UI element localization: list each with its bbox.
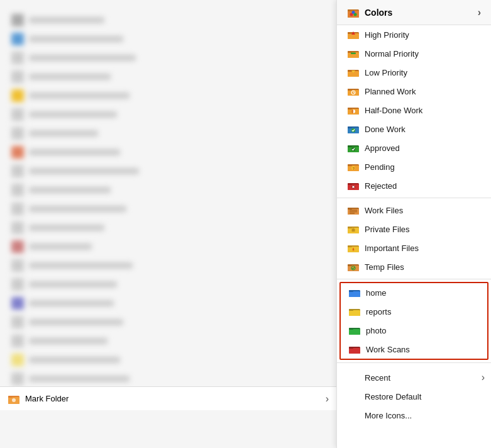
- svg-rect-24: [348, 89, 352, 91]
- more-icons-label: More Icons...: [365, 411, 412, 420]
- recent-label: Recent: [365, 373, 390, 383]
- svg-rect-72: [349, 290, 353, 292]
- pending-label: Pending: [365, 162, 395, 172]
- pending-icon: ?: [347, 160, 360, 173]
- svg-rect-60: [352, 229, 355, 232]
- photo-folder-icon: [348, 324, 361, 337]
- svg-rect-63: [348, 245, 352, 247]
- svg-rect-12: [348, 32, 352, 34]
- menu-item-important-files[interactable]: Important Files: [337, 238, 491, 257]
- svg-rect-59: [348, 227, 352, 228]
- work-scans-label: Work Scans: [366, 345, 410, 354]
- menu-item-normal-priority[interactable]: Normal Priority: [337, 44, 491, 63]
- half-done-work-label: Half-Done Work: [365, 106, 422, 115]
- svg-rect-53: [348, 208, 352, 210]
- mark-folder-bar[interactable]: Mark Folder ›: [0, 386, 336, 410]
- temp-files-label: Temp Files: [365, 262, 404, 272]
- svg-rect-47: [348, 183, 352, 185]
- menu-item-half-done-work[interactable]: Half-Done Work: [337, 101, 491, 120]
- menu-item-restore-default[interactable]: Restore Default: [337, 387, 491, 406]
- mark-folder-icon: [8, 393, 20, 405]
- context-menu: Colors › High Priority: [336, 0, 491, 448]
- file-section: Work Files Private Files: [337, 201, 491, 276]
- menu-item-pending[interactable]: ? Pending: [337, 157, 491, 176]
- work-scans-folder-icon: [348, 343, 361, 356]
- approved-icon: [347, 142, 360, 154]
- svg-rect-71: [349, 291, 360, 297]
- work-files-icon: [347, 204, 360, 216]
- menu-header: Colors ›: [337, 0, 491, 25]
- recent-icon: [347, 371, 360, 384]
- done-work-label: Done Work: [365, 125, 405, 134]
- more-icons-icon: [347, 409, 360, 422]
- priority-section: High Priority Normal Priority: [337, 25, 491, 195]
- low-priority-label: Low Priority: [365, 68, 407, 77]
- high-priority-icon: [347, 28, 360, 41]
- planned-work-icon: [347, 85, 360, 98]
- half-done-work-icon: [347, 104, 360, 116]
- menu-item-reports[interactable]: reports: [341, 302, 487, 321]
- work-files-label: Work Files: [365, 206, 403, 215]
- svg-point-9: [352, 11, 355, 14]
- menu-item-home[interactable]: home: [341, 283, 487, 302]
- private-files-label: Private Files: [365, 225, 410, 234]
- colors-header-chevron: ›: [478, 7, 481, 18]
- svg-rect-30: [348, 108, 352, 109]
- divider-3: [337, 362, 491, 363]
- highlighted-folders-section: home reports photo: [339, 282, 488, 360]
- svg-rect-80: [349, 348, 360, 354]
- high-priority-label: High Priority: [365, 30, 409, 40]
- svg-rect-77: [349, 329, 360, 335]
- menu-item-approved[interactable]: Approved: [337, 138, 491, 157]
- left-panel: Mark Folder ›: [0, 0, 336, 448]
- colors-header-icon: [347, 6, 360, 19]
- done-work-icon: [347, 123, 360, 135]
- low-priority-icon: [347, 66, 360, 79]
- menu-item-low-priority[interactable]: Low Priority: [337, 63, 491, 82]
- menu-item-planned-work[interactable]: Planned Work: [337, 82, 491, 101]
- svg-rect-74: [349, 310, 360, 316]
- restore-default-icon: [347, 390, 360, 403]
- menu-item-work-files[interactable]: Work Files: [337, 201, 491, 220]
- svg-rect-6: [348, 9, 352, 11]
- approved-label: Approved: [365, 143, 400, 153]
- svg-rect-68: [348, 264, 352, 266]
- svg-rect-20: [348, 70, 352, 72]
- svg-rect-2: [8, 396, 13, 398]
- menu-item-recent[interactable]: Recent: [337, 368, 491, 387]
- svg-text:?: ?: [353, 167, 355, 171]
- planned-work-label: Planned Work: [365, 87, 416, 96]
- menu-item-work-scans[interactable]: Work Scans: [341, 340, 487, 359]
- svg-rect-75: [349, 309, 353, 311]
- menu-item-high-priority[interactable]: High Priority: [337, 25, 491, 44]
- svg-rect-81: [349, 347, 353, 349]
- normal-priority-icon: [347, 47, 360, 60]
- colors-header-label: Colors: [365, 8, 392, 18]
- menu-item-photo[interactable]: photo: [341, 321, 487, 340]
- important-files-icon: [347, 242, 360, 254]
- restore-default-label: Restore Default: [365, 392, 421, 401]
- divider-2: [337, 279, 491, 279]
- home-label: home: [366, 288, 387, 298]
- normal-priority-label: Normal Priority: [365, 49, 419, 59]
- svg-rect-34: [348, 126, 352, 128]
- menu-item-done-work[interactable]: Done Work: [337, 120, 491, 138]
- menu-item-temp-files[interactable]: Temp Files: [337, 257, 491, 276]
- svg-rect-38: [348, 145, 352, 147]
- private-files-icon: [347, 223, 360, 235]
- home-folder-icon: [348, 286, 361, 299]
- rejected-label: Rejected: [365, 181, 397, 191]
- divider-1: [337, 198, 491, 198]
- menu-item-private-files[interactable]: Private Files: [337, 220, 491, 238]
- svg-point-3: [12, 398, 16, 402]
- rejected-icon: [347, 179, 360, 192]
- menu-item-more-icons[interactable]: More Icons...: [337, 406, 491, 425]
- menu-item-rejected[interactable]: Rejected: [337, 176, 491, 195]
- mark-folder-label: Mark Folder: [25, 394, 69, 403]
- svg-point-65: [353, 250, 353, 251]
- svg-rect-42: [348, 164, 352, 166]
- photo-label: photo: [366, 326, 387, 335]
- important-files-label: Important Files: [365, 244, 419, 253]
- temp-files-icon: [347, 260, 360, 273]
- bottom-section: Recent Restore Default More Icons...: [337, 366, 491, 427]
